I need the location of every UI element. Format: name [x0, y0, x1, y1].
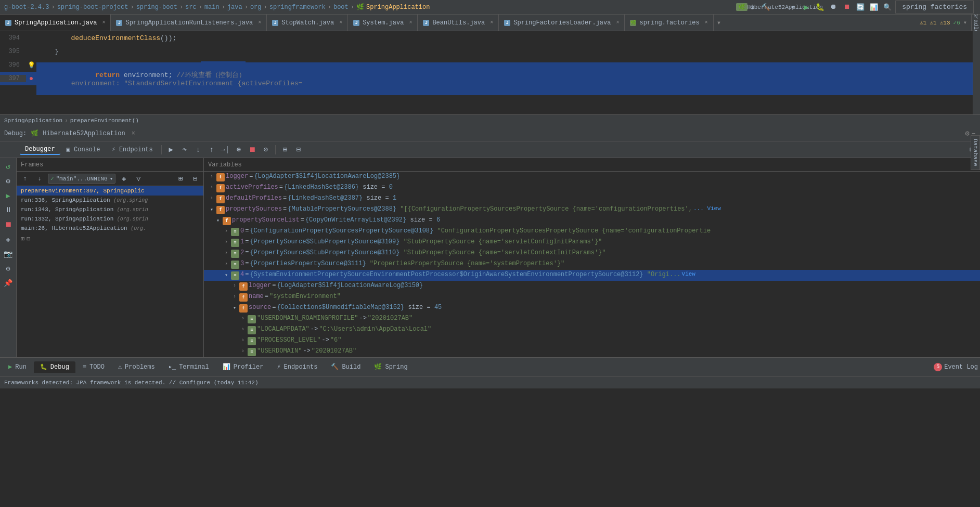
- expand-icon[interactable]: ›: [239, 337, 247, 343]
- expand-icon[interactable]: ›: [208, 174, 215, 179]
- frames-view-btn[interactable]: ⊞: [279, 144, 291, 156]
- step-over-sidebar-icon[interactable]: ⚙: [2, 175, 15, 187]
- frame-item[interactable]: prepareEnvironment:397, SpringApplic: [17, 186, 203, 196]
- stop-btn[interactable]: ⏹: [841, 2, 853, 13]
- tab-run-listeners[interactable]: J SpringApplicationRunListeners.java ×: [111, 15, 267, 31]
- var-logger[interactable]: › f logger = {LogAdapter$Slf4jLocationAw…: [204, 172, 980, 183]
- step-out-btn[interactable]: ↑: [205, 144, 218, 156]
- var-source[interactable]: ▾ f source = {Collections$UnmodifiableMa…: [204, 303, 980, 314]
- dropdown-icon[interactable]: ▾: [787, 2, 798, 13]
- threads-view-btn[interactable]: ⊟: [292, 144, 305, 156]
- tab-build[interactable]: 🔨 Build: [325, 361, 367, 373]
- breadcrumb-part[interactable]: org: [250, 4, 262, 11]
- add-frame-btn[interactable]: ✚: [118, 173, 130, 185]
- var-property-source-list[interactable]: ▾ f propertySourceList = {CopyOnWriteArr…: [204, 215, 980, 226]
- copy-frames-btn[interactable]: ⊞: [174, 173, 187, 185]
- tab-close-btn[interactable]: ×: [102, 20, 105, 25]
- resume-btn[interactable]: ▶: [165, 144, 177, 156]
- var-index-1[interactable]: › ≡ 1 = {PropertySource$StubPropertySour…: [204, 237, 980, 248]
- gradle-side-tab[interactable]: Gradle: [971, 15, 980, 31]
- expand-gutter-btn[interactable]: ▾: [963, 19, 967, 27]
- var-name-field[interactable]: › f name = "systemEnvironment": [204, 292, 980, 303]
- debug-close-btn[interactable]: ×: [132, 130, 135, 137]
- var-property-sources[interactable]: ▾ f propertySources = {MutablePropertySo…: [204, 204, 980, 215]
- database-side-tab[interactable]: Database: [971, 135, 980, 170]
- endpoints-tab[interactable]: ⚡ Endpoints: [106, 145, 158, 154]
- tab-system[interactable]: J System.java ×: [348, 15, 418, 31]
- tab-spring-factories-loader[interactable]: J SpringFactoriesLoader.java ×: [499, 15, 625, 31]
- tab-overflow-btn[interactable]: ▾: [714, 18, 724, 27]
- debug-app-name[interactable]: Hibernate52Application: [43, 130, 125, 137]
- tab-spring-application[interactable]: J SpringApplication.java ×: [0, 15, 111, 31]
- expand-icon[interactable]: ›: [208, 185, 215, 190]
- var-index-3[interactable]: › ≡ 3 = {PropertiesPropertySource@3111} …: [204, 259, 980, 270]
- frame-item[interactable]: run:1332, SpringApplication (org.sprin: [17, 214, 203, 224]
- breadcrumb-part[interactable]: g-boot-2.4.3: [4, 4, 49, 11]
- breadcrumb-part[interactable]: boot: [333, 4, 349, 11]
- expand-icon[interactable]: ›: [231, 283, 238, 289]
- var-processor-level[interactable]: › ≡ "PROCESSOR_LEVEL" -> "6": [204, 335, 980, 346]
- down-frame-btn[interactable]: ↓: [33, 173, 46, 185]
- expand-icon[interactable]: ›: [223, 250, 230, 256]
- breadcrumb-part[interactable]: java: [227, 4, 242, 11]
- tab-problems[interactable]: ⚠ Problems: [112, 361, 161, 373]
- view-link[interactable]: View: [682, 271, 695, 277]
- expand-icon[interactable]: ▾: [223, 272, 230, 278]
- step-into-btn[interactable]: ↓: [192, 144, 204, 156]
- tab-spring[interactable]: 🌿 Spring: [368, 361, 414, 373]
- tab-close-btn[interactable]: ×: [258, 20, 261, 25]
- var-default-profiles[interactable]: › f defaultProfiles = {LinkedHashSet@238…: [204, 193, 980, 204]
- tab-close-btn[interactable]: ×: [705, 20, 708, 25]
- debugger-tab[interactable]: Debugger: [20, 145, 60, 155]
- var-active-profiles[interactable]: › f activeProfiles = {LinkedHashSet@2386…: [204, 183, 980, 193]
- tab-beanutils[interactable]: J BeanUtils.java ×: [418, 15, 499, 31]
- tab-todo[interactable]: ≡ TODO: [76, 361, 111, 373]
- view-link[interactable]: ... View: [693, 205, 721, 212]
- settings-sidebar-icon[interactable]: ⚙: [2, 262, 15, 275]
- var-index-0[interactable]: › ≡ 0 = {ConfigurationPropertySourcesPro…: [204, 226, 980, 237]
- expand-icon[interactable]: ▾: [231, 305, 238, 311]
- tab-profiler[interactable]: 📊 Profiler: [216, 361, 270, 373]
- tab-run[interactable]: ▶ Run: [2, 361, 33, 373]
- stop-record-btn[interactable]: ⏺: [828, 2, 839, 13]
- expand-icon[interactable]: ›: [223, 228, 230, 234]
- expand-icon[interactable]: ▾: [214, 217, 222, 224]
- expand-icon[interactable]: ›: [208, 196, 215, 201]
- expand-icon[interactable]: ›: [231, 294, 238, 300]
- copy-stack-btn[interactable]: ⊞: [21, 235, 24, 243]
- expand-icon[interactable]: ›: [239, 327, 247, 332]
- expand-icon[interactable]: ›: [239, 348, 247, 354]
- add-breakpoint-icon[interactable]: ✚: [2, 233, 15, 245]
- expand-icon[interactable]: ›: [239, 316, 247, 321]
- breadcrumb-part[interactable]: springframework: [269, 4, 326, 11]
- search-icon[interactable]: 🔍: [882, 2, 893, 13]
- expand-icon[interactable]: ›: [223, 239, 230, 245]
- evaluate-btn[interactable]: ⊕: [233, 144, 245, 156]
- pause-sidebar-icon[interactable]: ⏸: [2, 204, 15, 216]
- tab-close-btn[interactable]: ×: [490, 20, 493, 25]
- frame-item[interactable]: main:26, Hibernate52Application (org.: [17, 224, 203, 233]
- lightbulb-icon[interactable]: 💡: [28, 61, 35, 69]
- tab-spring-factories[interactable]: 🌿 spring.factories ×: [625, 15, 713, 31]
- tab-debug[interactable]: 🐛 Debug: [34, 361, 75, 373]
- expand-frames-btn[interactable]: ⊟: [189, 173, 201, 185]
- tab-stopwatch[interactable]: J StopWatch.java ×: [267, 15, 348, 31]
- expand-icon[interactable]: ›: [223, 261, 230, 267]
- stop-btn[interactable]: ⏹: [246, 144, 259, 156]
- up-frame-btn[interactable]: ↑: [19, 173, 31, 185]
- breadcrumb-part[interactable]: main: [204, 4, 220, 11]
- frame-item[interactable]: run:1343, SpringApplication (org.sprin: [17, 205, 203, 214]
- console-tab[interactable]: ▣ Console: [61, 145, 106, 154]
- breadcrumb-part[interactable]: spring-boot-project: [57, 4, 128, 11]
- stop-sidebar-icon[interactable]: ⏹: [2, 218, 15, 231]
- debug-breakpoint-icon[interactable]: ●: [29, 74, 33, 83]
- resume-sidebar-icon[interactable]: ▶: [2, 189, 15, 202]
- tab-terminal[interactable]: ▸_ Terminal: [162, 361, 215, 373]
- run-to-cursor-btn[interactable]: →|: [219, 144, 231, 156]
- camera-icon[interactable]: 📷: [2, 248, 15, 260]
- step-over-btn[interactable]: ↷: [178, 144, 191, 156]
- var-index-2[interactable]: › ≡ 2 = {PropertySource$StubPropertySour…: [204, 248, 980, 259]
- breadcrumb-part[interactable]: src: [185, 4, 197, 11]
- pin-icon[interactable]: 📌: [2, 277, 15, 289]
- settings-icon[interactable]: ⚙: [965, 129, 969, 138]
